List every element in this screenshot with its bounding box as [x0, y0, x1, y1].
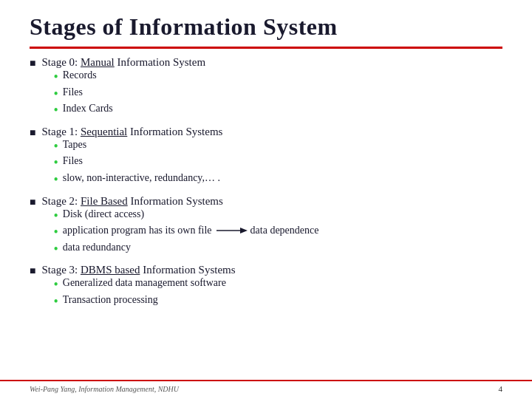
- stage-0-underline: Manual: [81, 56, 115, 68]
- list-item: •Records: [53, 69, 502, 86]
- content-area: ■ Stage 0: Manual Information System •Re…: [0, 49, 532, 311]
- stage-0-label: Stage 0:: [41, 56, 81, 68]
- dot-icon: •: [53, 225, 58, 241]
- stage-2-title: Stage 2: File Based Information Systems: [41, 195, 502, 208]
- stage-1-block: ■ Stage 1: Sequential Information System…: [30, 126, 502, 189]
- stage-3-underline: DBMS based: [81, 264, 140, 276]
- stage-2-arrow-text: data dependence: [250, 225, 319, 236]
- stage-3-suffix: Information Systems: [140, 264, 235, 276]
- stage-3-title: Stage 3: DBMS based Information Systems: [41, 264, 502, 276]
- slide: Stages of Information System ■ Stage 0: …: [0, 0, 532, 399]
- list-item: •Files: [53, 155, 502, 171]
- stage-2-bullet: ■: [30, 197, 35, 208]
- title-area: Stages of Information System: [0, 0, 532, 47]
- stage-2-block: ■ Stage 2: File Based Information System…: [30, 195, 502, 259]
- list-item: •slow, non-interactive, redundancy,… .: [53, 172, 502, 188]
- stage-0-content: Stage 0: Manual Information System •Reco…: [41, 56, 502, 120]
- stage-1-title: Stage 1: Sequential Information Systems: [41, 126, 502, 138]
- stage-2-content: Stage 2: File Based Information Systems …: [41, 195, 502, 259]
- stage-0-suffix: Information System: [115, 56, 205, 68]
- stage-2-suffix: Information Systems: [128, 195, 223, 207]
- stage-1-item-1: Files: [63, 155, 83, 167]
- footer-red-line: [0, 380, 532, 381]
- svg-marker-1: [240, 228, 248, 233]
- stage-0-item-0: Records: [63, 69, 97, 81]
- dot-icon: •: [53, 86, 58, 103]
- dot-icon: •: [53, 155, 58, 171]
- dot-icon: •: [53, 139, 58, 155]
- stage-2-item-2: data redundancy: [63, 242, 131, 253]
- stage-1-list: •Tapes •Files •slow, non-interactive, re…: [41, 139, 502, 188]
- dot-icon: •: [53, 103, 58, 119]
- stage-0-block: ■ Stage 0: Manual Information System •Re…: [30, 56, 502, 120]
- stage-3-item-1: Transaction processing: [63, 294, 158, 306]
- stage-2-item-1: application program has its own file: [63, 225, 212, 236]
- stage-3-list: •Generalized data management software •T…: [41, 277, 502, 310]
- dot-icon: •: [53, 208, 58, 225]
- stage-2-list: •Disk (direct access) • application prog…: [41, 208, 502, 258]
- stage-0-list: •Records •Files •Index Cards: [41, 69, 502, 119]
- dot-icon: •: [53, 242, 58, 258]
- stage-0-bullet: ■: [30, 58, 35, 69]
- dot-icon: •: [53, 277, 58, 293]
- stage-0-title: Stage 0: Manual Information System: [41, 56, 502, 69]
- stage-3-label: Stage 3:: [41, 264, 81, 276]
- stage-0-item-1: Files: [63, 86, 83, 98]
- stage-3-item-0: Generalized data management software: [63, 277, 226, 289]
- stage-2-underline: File Based: [81, 195, 128, 207]
- list-item: •Disk (direct access): [53, 208, 502, 225]
- list-item: •Tapes: [53, 139, 502, 155]
- stage-1-item-2: slow, non-interactive, redundancy,… .: [63, 172, 220, 184]
- dot-icon: •: [53, 294, 58, 310]
- footer-author: Wei-Pang Yang, Information Management, N…: [30, 385, 179, 393]
- stage-1-suffix: Information Systems: [127, 126, 222, 137]
- arrow-icon: [215, 225, 248, 236]
- list-item: •data redundancy: [53, 242, 502, 258]
- stage-3-content: Stage 3: DBMS based Information Systems …: [41, 264, 502, 310]
- stage-1-underline: Sequential: [81, 126, 127, 137]
- stage-1-bullet: ■: [30, 127, 35, 139]
- stage-1-label: Stage 1:: [41, 126, 81, 137]
- stage-1-content: Stage 1: Sequential Information Systems …: [41, 126, 502, 189]
- slide-title: Stages of Information System: [30, 13, 502, 41]
- stage-3-block: ■ Stage 3: DBMS based Information System…: [30, 264, 502, 310]
- stage-2-label: Stage 2:: [41, 195, 81, 207]
- stage-2-item-0: Disk (direct access): [63, 208, 144, 220]
- footer-page: 4: [499, 384, 503, 393]
- dot-icon: •: [53, 69, 58, 86]
- stage-1-item-0: Tapes: [63, 139, 86, 151]
- stage-0-item-2: Index Cards: [63, 103, 113, 115]
- stage-3-bullet: ■: [30, 265, 35, 277]
- list-item: •Transaction processing: [53, 294, 502, 310]
- list-item: •Index Cards: [53, 103, 502, 119]
- list-item: •Files: [53, 86, 502, 103]
- dot-icon: •: [53, 172, 58, 188]
- list-item: •Generalized data management software: [53, 277, 502, 293]
- list-item: • application program has its own file d…: [53, 225, 502, 241]
